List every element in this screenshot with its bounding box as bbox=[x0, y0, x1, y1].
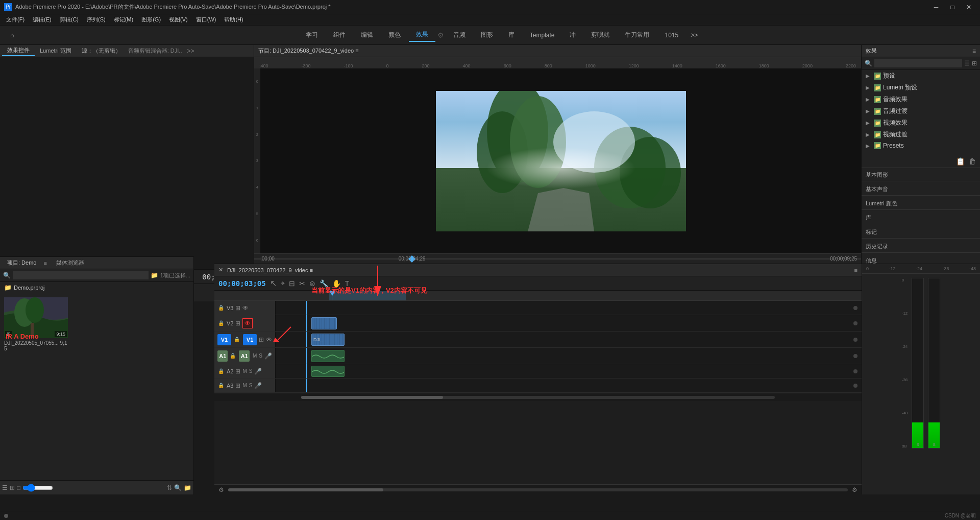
effects-list-view[interactable]: ☰ bbox=[964, 60, 970, 67]
track-a2-lock[interactable]: 🔒 bbox=[217, 368, 225, 375]
nav-more[interactable]: >> bbox=[687, 30, 702, 41]
timeline-menu[interactable]: ≡ bbox=[854, 267, 857, 273]
track-v2-eye-red[interactable]: 👁 bbox=[242, 318, 253, 328]
tl-pen-tool[interactable]: 🔧 bbox=[320, 279, 328, 288]
effects-search-input[interactable] bbox=[874, 59, 962, 67]
effect-presets[interactable]: ▶ 📁 预设 bbox=[862, 70, 980, 82]
tab-source[interactable]: 源：（无剪辑） bbox=[77, 46, 126, 56]
track-a2-m[interactable]: M bbox=[242, 368, 247, 374]
track-v3-settings[interactable]: ⊞ bbox=[235, 304, 240, 312]
track-a3-s[interactable]: S bbox=[249, 383, 253, 388]
effect-audio-transitions[interactable]: ▶ 📁 音频过渡 bbox=[862, 105, 980, 117]
track-a3-m[interactable]: M bbox=[242, 383, 247, 388]
proj-new-item-btn[interactable]: 📁 bbox=[184, 484, 191, 491]
track-v2-lock[interactable]: 🔒 bbox=[217, 320, 225, 327]
tab-effects-controls[interactable]: 效果控件 bbox=[2, 45, 35, 56]
project-search-input[interactable] bbox=[13, 271, 149, 279]
nav-library[interactable]: 库 bbox=[501, 29, 522, 41]
track-v1-btn[interactable]: V1 bbox=[217, 334, 231, 345]
track-a1-m[interactable]: M bbox=[253, 353, 257, 359]
tab-lumetri-scope[interactable]: Lumetri 范围 bbox=[35, 46, 77, 56]
tl-razor-tool[interactable]: ✂ bbox=[299, 279, 305, 288]
nav-edit[interactable]: 编辑 bbox=[354, 29, 380, 41]
nav-jianbeijiu[interactable]: 剪呗就 bbox=[584, 29, 617, 41]
timeline-close[interactable]: ✕ bbox=[218, 267, 223, 273]
track-v2-settings[interactable]: ⊞ bbox=[235, 320, 240, 327]
nav-niudaochangyong[interactable]: 牛刀常用 bbox=[618, 29, 656, 41]
menu-edit[interactable]: 编辑(E) bbox=[29, 15, 56, 25]
menu-help[interactable]: 帮助(H) bbox=[220, 15, 247, 25]
track-a3-mic[interactable]: 🎤 bbox=[254, 382, 262, 389]
proj-icon-btn[interactable]: □ bbox=[17, 484, 20, 491]
effect-lumetri-presets[interactable]: ▶ 📁 Lumetri 预设 bbox=[862, 82, 980, 93]
tl-zoom-track[interactable] bbox=[228, 488, 848, 491]
menu-file[interactable]: 文件(F) bbox=[2, 15, 29, 25]
nav-color[interactable]: 颜色 bbox=[381, 29, 408, 41]
section-markers[interactable]: 标记 bbox=[862, 225, 980, 237]
track-a1-clip[interactable] bbox=[311, 350, 345, 362]
effect-video-effects[interactable]: ▶ 📁 视频效果 bbox=[862, 117, 980, 129]
tl-end-btn[interactable]: ⚙ bbox=[852, 486, 857, 493]
track-v1-eye[interactable]: 👁 bbox=[266, 336, 272, 343]
tl-hand-tool[interactable]: ✋ bbox=[332, 279, 341, 288]
track-a2-clip[interactable] bbox=[311, 366, 345, 377]
track-a1-toggle[interactable]: A1 bbox=[239, 350, 249, 362]
track-v1-toggle[interactable]: V1 bbox=[243, 334, 257, 345]
proj-list-btn[interactable]: ☰ bbox=[2, 484, 8, 491]
tl-roll-tool[interactable]: ⊟ bbox=[289, 279, 295, 288]
track-v1-clip[interactable]: DJI_ bbox=[311, 334, 345, 346]
maximize-button[interactable]: □ bbox=[945, 2, 960, 12]
effects-grid-view[interactable]: ⊞ bbox=[972, 60, 977, 67]
section-basic-audio[interactable]: 基本声音 bbox=[862, 182, 980, 194]
track-v3-lock[interactable]: 🔒 bbox=[217, 304, 225, 312]
tab-media-browser[interactable]: 媒体浏览器 bbox=[51, 258, 89, 268]
track-a2-s[interactable]: S bbox=[249, 368, 253, 374]
project-new-bin[interactable]: 📁 bbox=[151, 272, 158, 279]
tab-project[interactable]: 项目: Demo bbox=[2, 258, 41, 268]
proj-zoom-slider[interactable] bbox=[22, 484, 53, 492]
track-v1-lock[interactable]: 🔒 bbox=[233, 336, 240, 343]
track-v2-clip[interactable] bbox=[311, 317, 337, 329]
section-basic-graphics[interactable]: 基本图形 bbox=[862, 168, 980, 180]
tl-text-tool[interactable]: T bbox=[345, 279, 350, 288]
section-library[interactable]: 库 bbox=[862, 211, 980, 223]
close-button[interactable]: ✕ bbox=[962, 2, 976, 12]
tl-select-tool[interactable]: ↖ bbox=[270, 278, 277, 288]
effect-presets2[interactable]: ▶ 📁 Presets bbox=[862, 140, 980, 151]
effect-video-transitions[interactable]: ▶ 📁 视频过渡 bbox=[862, 129, 980, 140]
menu-sequence[interactable]: 序列(S) bbox=[83, 15, 110, 25]
effects-panel-menu[interactable]: ≡ bbox=[972, 48, 976, 55]
project-menu-icon[interactable]: ≡ bbox=[43, 260, 46, 266]
nav-1015[interactable]: 1015 bbox=[657, 30, 685, 41]
tl-settings-btn[interactable]: ⚙ bbox=[218, 486, 224, 493]
tab-audio-mixer[interactable]: 音频剪辑混合器: DJI.. bbox=[126, 46, 184, 56]
menu-clip[interactable]: 剪辑(C) bbox=[56, 15, 83, 25]
section-lumetri-color[interactable]: Lumetri 颜色 bbox=[862, 197, 980, 208]
nav-chong[interactable]: 冲 bbox=[562, 29, 583, 41]
tl-ripple-tool[interactable]: ⌖ bbox=[281, 279, 285, 288]
track-a1-lock[interactable]: 🔒 bbox=[230, 352, 236, 360]
home-button[interactable]: ⌂ bbox=[4, 27, 20, 43]
track-a2-settings[interactable]: ⊞ bbox=[235, 368, 240, 375]
nav-learn[interactable]: 学习 bbox=[299, 29, 325, 41]
nav-graphics[interactable]: 图形 bbox=[474, 29, 500, 41]
new-folder-icon[interactable]: 📋 bbox=[956, 157, 965, 166]
section-history[interactable]: 历史记录 bbox=[862, 240, 980, 251]
menu-marker[interactable]: 标记(M) bbox=[110, 15, 138, 25]
proj-search2-btn[interactable]: 🔍 bbox=[174, 484, 182, 491]
menu-window[interactable]: 窗口(W) bbox=[192, 15, 220, 25]
project-thumb[interactable]: 9;15 ⊞ bbox=[4, 297, 68, 338]
scroll-thumb[interactable] bbox=[301, 396, 443, 399]
nav-template[interactable]: Template bbox=[523, 30, 562, 41]
track-a1-mic[interactable]: 🎤 bbox=[264, 352, 272, 360]
track-a3-settings[interactable]: ⊞ bbox=[235, 382, 240, 389]
scroll-track[interactable] bbox=[301, 396, 775, 399]
panel-menu-icon[interactable]: >> bbox=[184, 46, 197, 56]
delete-icon[interactable]: 🗑 bbox=[969, 157, 976, 166]
track-v1-settings[interactable]: ⊞ bbox=[259, 336, 264, 343]
minimize-button[interactable]: ─ bbox=[929, 2, 943, 12]
track-v3-eye[interactable]: 👁 bbox=[242, 304, 249, 312]
nav-effects[interactable]: 效果 bbox=[409, 28, 435, 42]
track-a1-s[interactable]: S bbox=[259, 353, 262, 359]
track-a1-btn[interactable]: A1 bbox=[217, 350, 228, 362]
